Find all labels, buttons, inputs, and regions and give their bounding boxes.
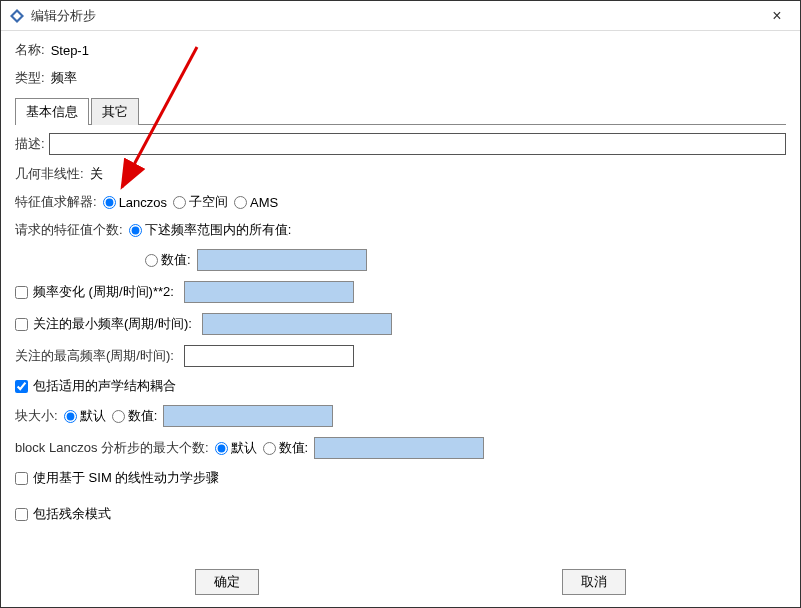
acoustic-label: 包括适用的声学结构耦合	[33, 377, 176, 395]
radio-range-label: 下述频率范围内的所有值:	[145, 221, 292, 239]
app-icon	[9, 8, 25, 24]
description-label: 描述:	[15, 135, 45, 153]
freq-change-label: 频率变化 (周期/时间)**2:	[33, 283, 174, 301]
type-value: 频率	[51, 69, 77, 87]
window-title: 编辑分析步	[31, 7, 96, 25]
eigensolver-row: 特征值求解器: Lanczos 子空间 AMS	[15, 193, 786, 211]
geom-nonlinear-value: 关	[90, 165, 103, 183]
radio-blanczos-value[interactable]: 数值:	[263, 439, 309, 457]
max-freq-row: 关注的最高频率(周期/时间):	[15, 345, 786, 367]
blanczos-value-label: 数值:	[279, 439, 309, 457]
block-lanczos-label: block Lanczos 分析步的最大个数:	[15, 439, 209, 457]
eigen-request-label: 请求的特征值个数:	[15, 221, 123, 239]
eigen-request-count-row: 数值:	[145, 249, 786, 271]
close-button[interactable]: ×	[762, 1, 792, 31]
radio-blanczos-value-input[interactable]	[263, 442, 276, 455]
max-freq-label: 关注的最高频率(周期/时间):	[15, 347, 174, 365]
radio-ams-input[interactable]	[234, 196, 247, 209]
check-residual-modes-input[interactable]	[15, 508, 28, 521]
eigen-request-row: 请求的特征值个数: 下述频率范围内的所有值:	[15, 221, 786, 239]
content: 名称: Step-1 类型: 频率 基本信息 其它 描述: 几何非线性: 关 特…	[1, 31, 800, 523]
radio-subspace-label: 子空间	[189, 193, 228, 211]
radio-range[interactable]: 下述频率范围内的所有值:	[129, 221, 292, 239]
check-min-freq-input[interactable]	[15, 318, 28, 331]
block-size-row: 块大小: 默认 数值:	[15, 405, 786, 427]
radio-count-input[interactable]	[145, 254, 158, 267]
check-min-freq[interactable]: 关注的最小频率(周期/时间):	[15, 315, 192, 333]
check-freq-change[interactable]: 频率变化 (周期/时间)**2:	[15, 283, 174, 301]
description-input[interactable]	[49, 133, 786, 155]
name-row: 名称: Step-1	[15, 41, 786, 59]
radio-blocksize-default-input[interactable]	[64, 410, 77, 423]
eigensolver-label: 特征值求解器:	[15, 193, 97, 211]
ok-button[interactable]: 确定	[195, 569, 259, 595]
check-sim-linear[interactable]: 使用基于 SIM 的线性动力学步骤	[15, 469, 219, 487]
min-freq-row: 关注的最小频率(周期/时间):	[15, 313, 786, 335]
radio-ams-label: AMS	[250, 195, 278, 210]
check-acoustic[interactable]: 包括适用的声学结构耦合	[15, 377, 176, 395]
button-bar: 确定 取消	[15, 569, 786, 595]
geom-nonlinear-label: 几何非线性:	[15, 165, 84, 183]
cancel-button[interactable]: 取消	[562, 569, 626, 595]
radio-subspace-input[interactable]	[173, 196, 186, 209]
type-row: 类型: 频率	[15, 69, 786, 87]
radio-count-label: 数值:	[161, 251, 191, 269]
radio-lanczos-label: Lanczos	[119, 195, 167, 210]
blanczos-default-label: 默认	[231, 439, 257, 457]
radio-blanczos-default-input[interactable]	[215, 442, 228, 455]
geom-nonlinear-row: 几何非线性: 关	[15, 165, 786, 183]
description-row: 描述:	[15, 133, 786, 155]
freq-change-input	[184, 281, 354, 303]
type-label: 类型:	[15, 69, 45, 87]
radio-ams[interactable]: AMS	[234, 195, 278, 210]
name-label: 名称:	[15, 41, 45, 59]
radio-range-input[interactable]	[129, 224, 142, 237]
close-icon: ×	[772, 7, 781, 25]
radio-lanczos-input[interactable]	[103, 196, 116, 209]
radio-subspace[interactable]: 子空间	[173, 193, 228, 211]
block-lanczos-row: block Lanczos 分析步的最大个数: 默认 数值:	[15, 437, 786, 459]
check-freq-change-input[interactable]	[15, 286, 28, 299]
eigen-count-input	[197, 249, 367, 271]
residual-modes-row: 包括残余模式	[15, 505, 786, 523]
max-freq-input[interactable]	[184, 345, 354, 367]
check-acoustic-input[interactable]	[15, 380, 28, 393]
radio-count[interactable]: 数值:	[145, 251, 191, 269]
name-value: Step-1	[51, 43, 89, 58]
check-residual-modes[interactable]: 包括残余模式	[15, 505, 111, 523]
radio-blanczos-default[interactable]: 默认	[215, 439, 257, 457]
radio-blocksize-value-input[interactable]	[112, 410, 125, 423]
min-freq-label: 关注的最小频率(周期/时间):	[33, 315, 192, 333]
block-lanczos-input	[314, 437, 484, 459]
titlebar: 编辑分析步 ×	[1, 1, 800, 31]
acoustic-row: 包括适用的声学结构耦合	[15, 377, 786, 395]
block-size-input	[163, 405, 333, 427]
residual-modes-label: 包括残余模式	[33, 505, 111, 523]
radio-blocksize-default[interactable]: 默认	[64, 407, 106, 425]
check-sim-linear-input[interactable]	[15, 472, 28, 485]
radio-blocksize-value[interactable]: 数值:	[112, 407, 158, 425]
block-size-label: 块大小:	[15, 407, 58, 425]
tab-other[interactable]: 其它	[91, 98, 139, 125]
sim-linear-row: 使用基于 SIM 的线性动力学步骤	[15, 469, 786, 487]
min-freq-input	[202, 313, 392, 335]
radio-lanczos[interactable]: Lanczos	[103, 195, 167, 210]
blocksize-value-label: 数值:	[128, 407, 158, 425]
sim-linear-label: 使用基于 SIM 的线性动力学步骤	[33, 469, 219, 487]
tabs: 基本信息 其它	[15, 97, 786, 125]
tab-basic[interactable]: 基本信息	[15, 98, 89, 125]
freq-change-row: 频率变化 (周期/时间)**2:	[15, 281, 786, 303]
blocksize-default-label: 默认	[80, 407, 106, 425]
